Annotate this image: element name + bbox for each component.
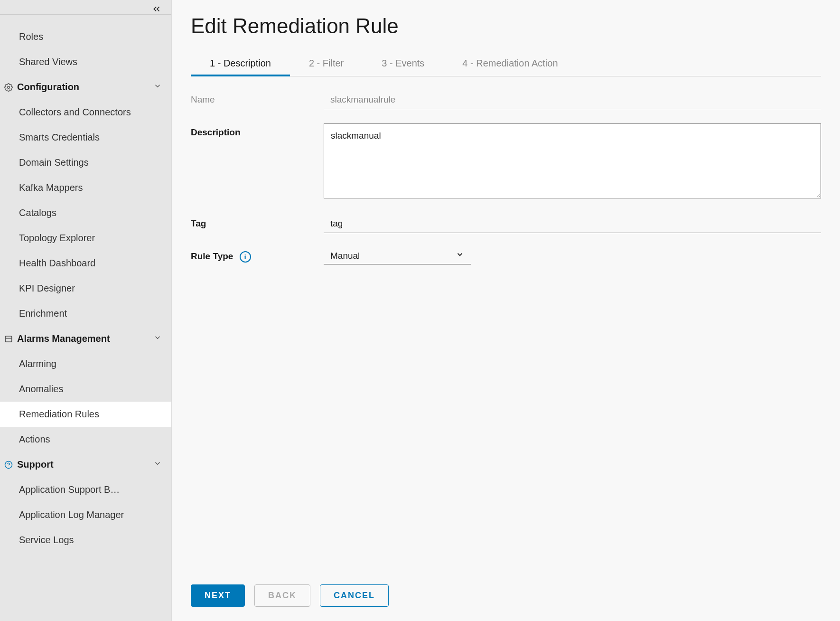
- description-label: Description: [191, 123, 324, 138]
- rule-type-row: Rule Type i Manual: [191, 247, 821, 264]
- alarms-icon: [4, 335, 13, 343]
- sidebar-item-app-support-bundle[interactable]: Application Support Bun...: [0, 477, 133, 502]
- sidebar-item-app-log-manager[interactable]: Application Log Manager: [0, 502, 171, 527]
- sidebar-section-alarms[interactable]: Alarms Management: [0, 326, 171, 351]
- chevron-double-left-icon: [151, 4, 162, 14]
- configuration-label: Configuration: [17, 82, 79, 93]
- sidebar-item-collectors[interactable]: Collectors and Connectors: [0, 100, 171, 125]
- sidebar-item-alarming[interactable]: Alarming: [0, 351, 171, 376]
- sidebar-item-remediation-rules[interactable]: Remediation Rules: [0, 402, 171, 427]
- sidebar-item-kafka-mappers[interactable]: Kafka Mappers: [0, 175, 171, 200]
- chevron-down-icon: [153, 82, 162, 93]
- next-button[interactable]: NEXT: [191, 584, 245, 607]
- help-icon: [4, 461, 13, 469]
- sidebar-nav: Roles Shared Views Configuration Collect…: [0, 14, 171, 553]
- sidebar-collapse-button[interactable]: [151, 4, 162, 17]
- main-content: Edit Remediation Rule 1 - Description 2 …: [172, 0, 840, 621]
- tag-row: Tag: [191, 215, 821, 233]
- rule-type-label: Rule Type i: [191, 247, 324, 263]
- sidebar-item-kpi-designer[interactable]: KPI Designer: [0, 276, 171, 301]
- page-title: Edit Remediation Rule: [191, 14, 821, 38]
- tab-description[interactable]: 1 - Description: [191, 52, 290, 76]
- name-value: slackmanualrule: [324, 91, 821, 109]
- back-button[interactable]: BACK: [254, 584, 310, 607]
- tabs: 1 - Description 2 - Filter 3 - Events 4 …: [191, 52, 821, 76]
- tab-events[interactable]: 3 - Events: [363, 52, 443, 76]
- sidebar-item-roles[interactable]: Roles: [0, 24, 171, 49]
- chevron-down-icon: [153, 459, 162, 470]
- description-textarea[interactable]: [324, 123, 821, 198]
- name-label: Name: [191, 91, 324, 105]
- chevron-down-icon: [153, 333, 162, 344]
- rule-type-select[interactable]: Manual: [324, 247, 471, 264]
- tag-input[interactable]: [324, 215, 821, 233]
- gear-icon: [4, 83, 13, 92]
- sidebar-item-anomalies[interactable]: Anomalies: [0, 376, 171, 402]
- svg-point-0: [8, 86, 10, 88]
- tag-label: Tag: [191, 215, 324, 229]
- sidebar-item-enrichment[interactable]: Enrichment: [0, 301, 171, 326]
- sidebar-section-configuration[interactable]: Configuration: [0, 75, 171, 100]
- sidebar-item-domain-settings[interactable]: Domain Settings: [0, 150, 171, 175]
- rule-type-selected: Manual: [330, 251, 360, 261]
- sidebar-section-support[interactable]: Support: [0, 452, 171, 477]
- sidebar-item-service-logs[interactable]: Service Logs: [0, 527, 171, 553]
- sidebar-item-shared-views[interactable]: Shared Views: [0, 49, 171, 75]
- sidebar-item-actions[interactable]: Actions: [0, 427, 171, 452]
- button-row: NEXT BACK CANCEL: [191, 584, 389, 607]
- support-label: Support: [17, 459, 54, 470]
- tab-filter[interactable]: 2 - Filter: [290, 52, 363, 76]
- chevron-down-icon: [456, 250, 464, 261]
- alarms-label: Alarms Management: [17, 333, 110, 344]
- svg-rect-1: [5, 336, 12, 342]
- info-icon[interactable]: i: [240, 251, 251, 263]
- sidebar-item-topology-explorer[interactable]: Topology Explorer: [0, 226, 171, 251]
- tab-remediation-action[interactable]: 4 - Remediation Action: [443, 52, 577, 76]
- description-row: Description: [191, 123, 821, 200]
- sidebar-item-smarts-credentials[interactable]: Smarts Credentials: [0, 125, 171, 150]
- cancel-button[interactable]: CANCEL: [320, 584, 389, 607]
- sidebar: Roles Shared Views Configuration Collect…: [0, 0, 172, 621]
- sidebar-item-catalogs[interactable]: Catalogs: [0, 200, 171, 226]
- name-row: Name slackmanualrule: [191, 91, 821, 109]
- sidebar-item-health-dashboard[interactable]: Health Dashboard: [0, 251, 171, 276]
